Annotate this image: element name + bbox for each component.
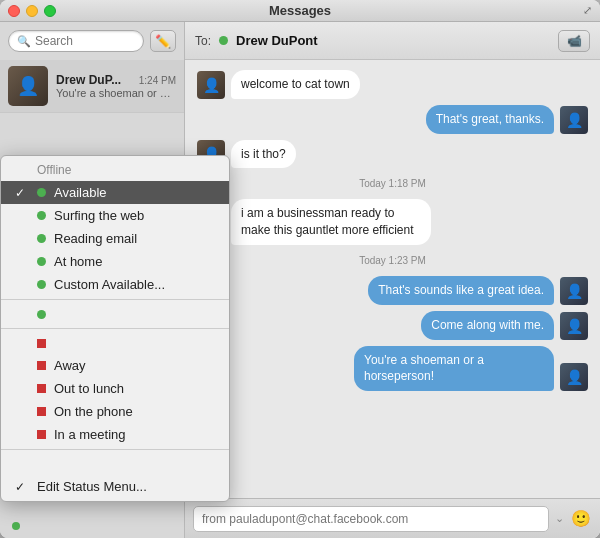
search-icon: 🔍 xyxy=(17,35,31,48)
contact-info: Drew DuP... 1:24 PM You're a shoeman or … xyxy=(56,73,176,99)
menu-item-edit-status[interactable] xyxy=(1,453,229,475)
menu-item-label: Edit Status Menu... xyxy=(37,479,215,494)
message-bubble: That's great, thanks. xyxy=(426,105,554,134)
menu-divider xyxy=(1,449,229,450)
message-bubble: is it tho? xyxy=(231,140,296,169)
input-bar: ⌄ 🙂 xyxy=(185,498,600,538)
contact-name: Drew DuP... xyxy=(56,73,121,87)
menu-item-label: In a meeting xyxy=(54,427,215,442)
messages-area: 👤 welcome to cat town That's great, than… xyxy=(185,60,600,498)
message-row: Come along with me. 👤 xyxy=(197,311,588,340)
expand-icon: ⌄ xyxy=(555,512,564,525)
status-dropdown: Offline ✓ Available Surfing the web Read… xyxy=(0,155,230,502)
window-controls xyxy=(8,5,56,17)
titlebar: Messages ⤢ xyxy=(0,0,600,22)
window-title: Messages xyxy=(269,3,331,18)
close-button[interactable] xyxy=(8,5,20,17)
menu-item-at-home[interactable]: At home xyxy=(1,250,229,273)
status-square-red xyxy=(37,361,46,370)
message-row: 👤 is it tho? xyxy=(197,140,588,169)
status-dot-green xyxy=(37,310,46,319)
menu-item-away[interactable] xyxy=(1,332,229,354)
expand-icon[interactable]: ⤢ xyxy=(583,4,592,17)
to-label: To: xyxy=(195,34,211,48)
message-bubble: i am a businessman ready to make this ga… xyxy=(231,199,431,245)
minimize-button[interactable] xyxy=(26,5,38,17)
message-row: That's sounds like a great idea. 👤 xyxy=(197,276,588,305)
menu-item-on-phone[interactable]: Out to lunch xyxy=(1,377,229,400)
contact-name-row: Drew DuP... 1:24 PM xyxy=(56,73,176,87)
status-square-red xyxy=(37,430,46,439)
status-square-red xyxy=(37,384,46,393)
avatar: 👤 xyxy=(197,71,225,99)
timestamp: Today 1:18 PM xyxy=(197,178,588,189)
message-bubble: welcome to cat town xyxy=(231,70,360,99)
contact-preview: You're a shoeman or a horseperson! xyxy=(56,87,176,99)
status-indicator xyxy=(12,522,20,530)
message-row: You're a shoeman or a horseperson! 👤 xyxy=(197,346,588,392)
timestamp: Today 1:23 PM xyxy=(197,255,588,266)
contact-item[interactable]: 👤 Drew DuP... 1:24 PM You're a shoeman o… xyxy=(0,60,184,113)
menu-item-in-meeting[interactable]: On the phone xyxy=(1,400,229,423)
contact-avatar: 👤 xyxy=(8,66,48,106)
chat-contact-name: Drew DuPont xyxy=(236,33,550,48)
menu-item-label: At home xyxy=(54,254,215,269)
menu-offline-header: Offline xyxy=(1,159,229,181)
avatar: 👤 xyxy=(560,277,588,305)
menu-item-itunes[interactable] xyxy=(1,303,229,325)
search-input[interactable] xyxy=(35,34,135,48)
message-bubble: Come along with me. xyxy=(421,311,554,340)
contact-status-dot xyxy=(219,36,228,45)
menu-item-same-status[interactable]: ✓ Edit Status Menu... xyxy=(1,475,229,498)
menu-item-label: Available xyxy=(54,185,215,200)
contact-time: 1:24 PM xyxy=(139,75,176,86)
emoji-button[interactable]: 🙂 xyxy=(570,508,592,530)
menu-divider xyxy=(1,328,229,329)
status-dot-green xyxy=(37,188,46,197)
message-row: That's great, thanks. 👤 xyxy=(197,105,588,134)
video-call-button[interactable]: 📹 xyxy=(558,30,590,52)
status-dot-green xyxy=(37,257,46,266)
maximize-button[interactable] xyxy=(44,5,56,17)
status-square-red xyxy=(37,339,46,348)
menu-item-label: Surfing the web xyxy=(54,208,215,223)
menu-item-custom-away[interactable]: In a meeting xyxy=(1,423,229,446)
menu-item-available[interactable]: ✓ Available xyxy=(1,181,229,204)
chat-header: To: Drew DuPont 📹 xyxy=(185,22,600,60)
menu-divider xyxy=(1,299,229,300)
menu-item-label: Reading email xyxy=(54,231,215,246)
status-dot-green xyxy=(37,234,46,243)
menu-item-reading-email[interactable]: Reading email xyxy=(1,227,229,250)
avatar-image: 👤 xyxy=(8,66,48,106)
app-window: Messages ⤢ 🔍 ✏️ 👤 Drew DuP... xyxy=(0,0,600,538)
menu-item-label: Out to lunch xyxy=(54,381,215,396)
menu-item-out-to-lunch[interactable]: Away xyxy=(1,354,229,377)
avatar: 👤 xyxy=(560,363,588,391)
menu-item-surfing[interactable]: Surfing the web xyxy=(1,204,229,227)
menu-item-custom-available[interactable]: Custom Available... xyxy=(1,273,229,296)
search-input-wrap[interactable]: 🔍 xyxy=(8,30,144,52)
menu-item-label: Custom Available... xyxy=(54,277,215,292)
status-dot-green xyxy=(37,211,46,220)
search-bar: 🔍 ✏️ xyxy=(0,22,184,60)
message-bubble: You're a shoeman or a horseperson! xyxy=(354,346,554,392)
menu-item-label: On the phone xyxy=(54,404,215,419)
menu-item-label: Away xyxy=(54,358,215,373)
message-row: i am a businessman ready to make this ga… xyxy=(197,199,588,245)
message-bubble: That's sounds like a great idea. xyxy=(368,276,554,305)
avatar: 👤 xyxy=(560,312,588,340)
message-row: 👤 welcome to cat town xyxy=(197,70,588,99)
status-dot-green xyxy=(37,280,46,289)
menu-item-label: Offline xyxy=(37,163,215,177)
status-square-red xyxy=(37,407,46,416)
avatar: 👤 xyxy=(560,106,588,134)
message-input[interactable] xyxy=(193,506,549,532)
compose-button[interactable]: ✏️ xyxy=(150,30,176,52)
chat-area: To: Drew DuPont 📹 👤 welcome to cat town … xyxy=(185,22,600,538)
